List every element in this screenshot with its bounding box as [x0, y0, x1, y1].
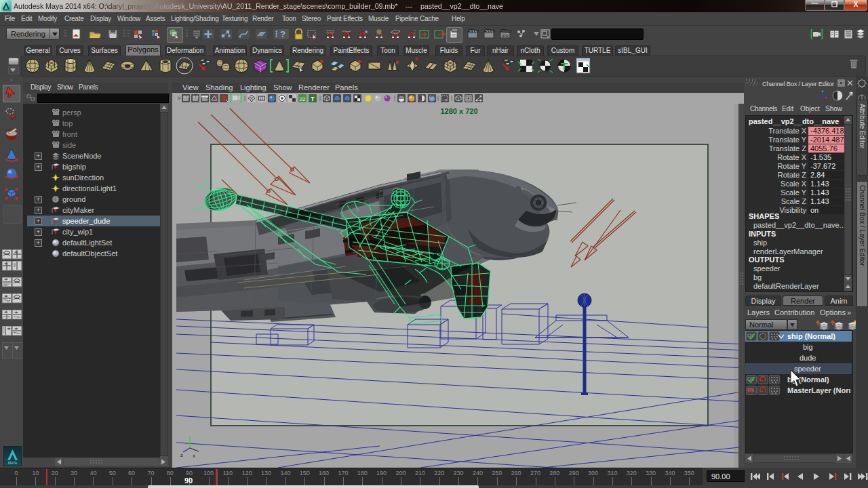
svg-text:22: 22	[300, 96, 306, 102]
svg-text:z: z	[180, 452, 183, 458]
svg-text:x: x	[193, 453, 195, 459]
svg-text:?: ?	[280, 29, 285, 39]
svg-text:T: T	[311, 96, 315, 102]
svg-text:868 x 488: 868 x 488	[440, 107, 477, 115]
svg-text:MAYA: MAYA	[8, 461, 18, 465]
svg-text:IPR: IPR	[502, 34, 509, 38]
